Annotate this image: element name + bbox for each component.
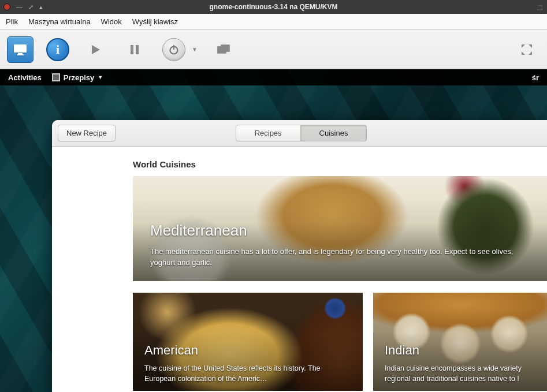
app-icon <box>52 73 60 81</box>
pause-button[interactable] <box>121 36 148 63</box>
svg-rect-8 <box>221 45 229 51</box>
section-title: World Cuisines <box>133 159 547 169</box>
tab-recipes[interactable]: Recipes <box>236 125 301 141</box>
vm-menubar: Plik Maszyna wirtualna Widok Wyślij klaw… <box>0 14 547 30</box>
svg-rect-2 <box>17 54 24 55</box>
cuisine-hero-mediterranean[interactable]: Mediterranean The mediterranean cuisine … <box>133 176 547 281</box>
details-button[interactable]: i <box>46 38 69 61</box>
menu-send-key[interactable]: Wyślij klawisz <box>132 17 178 26</box>
clock-label[interactable]: śr <box>532 73 539 82</box>
tab-cuisines[interactable]: Cuisines <box>301 125 367 141</box>
chevron-down-icon: ▼ <box>98 74 103 80</box>
activities-button[interactable]: Activities <box>8 73 42 82</box>
vm-window-title: gnome-continuous-3.14 na QEMU/KVM <box>0 3 547 11</box>
power-menu-arrow-icon[interactable]: ▼ <box>192 46 198 53</box>
card-description: Indian cuisine encompasses a wide variet… <box>385 364 536 384</box>
console-button[interactable] <box>7 36 34 63</box>
guest-desktop: Activities Przepisy ▼ śr New Recipe Reci… <box>0 69 547 392</box>
power-button[interactable] <box>161 36 187 63</box>
recipes-content: World Cuisines Mediterranean The mediter… <box>52 147 547 392</box>
svg-rect-6 <box>173 45 174 50</box>
recipes-headerbar: New Recipe Recipes Cuisines <box>52 120 547 147</box>
svg-rect-0 <box>14 44 27 53</box>
card-title: Indian <box>385 343 536 358</box>
svg-rect-4 <box>136 45 139 54</box>
new-recipe-button[interactable]: New Recipe <box>58 125 116 141</box>
hero-title: Mediterranean <box>150 222 530 240</box>
recipes-window: New Recipe Recipes Cuisines World Cuisin… <box>52 120 547 392</box>
card-title: American <box>144 343 351 358</box>
svg-rect-3 <box>131 45 133 54</box>
svg-rect-10 <box>53 74 59 80</box>
app-menu[interactable]: Przepisy ▼ <box>52 73 103 82</box>
cuisine-card-american[interactable]: American The cuisine of the United State… <box>133 293 363 391</box>
view-switcher: Recipes Cuisines <box>236 125 367 141</box>
run-button[interactable] <box>82 36 109 63</box>
menu-view[interactable]: Widok <box>101 17 122 26</box>
menu-file[interactable]: Plik <box>6 17 18 26</box>
vm-titlebar: — ⤢ ▴ gnome-continuous-3.14 na QEMU/KVM … <box>0 0 547 14</box>
vm-toolbar: i ▼ <box>0 30 547 69</box>
gnome-topbar: Activities Przepisy ▼ śr <box>0 69 547 85</box>
app-menu-label: Przepisy <box>64 73 94 82</box>
hero-description: The mediterranean cuisine has a lot to o… <box>150 247 530 268</box>
cuisine-card-indian[interactable]: Indian Indian cuisine encompasses a wide… <box>373 293 547 391</box>
screenshot-button[interactable] <box>210 36 237 63</box>
svg-rect-1 <box>18 53 23 54</box>
fullscreen-button[interactable] <box>513 36 540 63</box>
card-description: The cuisine of the United States reflect… <box>144 364 351 384</box>
menu-virtual-machine[interactable]: Maszyna wirtualna <box>28 17 91 26</box>
